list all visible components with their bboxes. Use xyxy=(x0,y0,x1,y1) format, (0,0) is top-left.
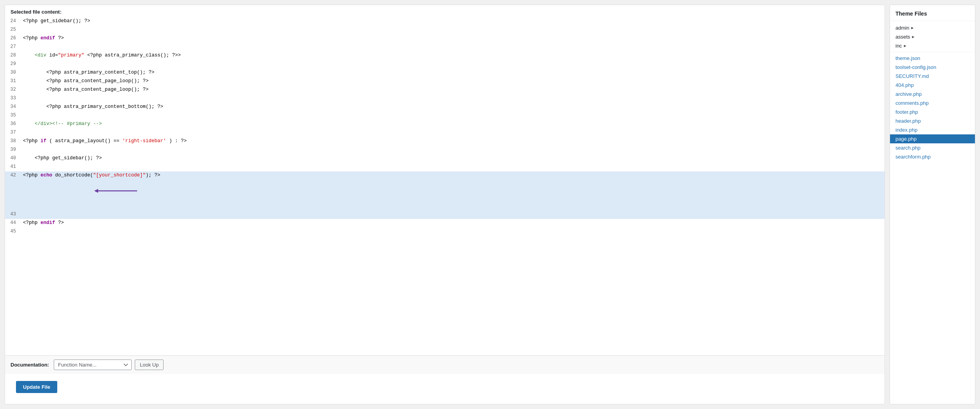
code-line: 33 xyxy=(5,94,885,103)
expand-arrow-icon: ► xyxy=(911,35,915,39)
file-archive-php[interactable]: archive.php xyxy=(890,90,975,99)
function-name-select[interactable]: Function Name... xyxy=(54,360,132,370)
code-line-highlighted: 42 <?php echo do_shortcode("[your_shortc… xyxy=(5,171,885,210)
code-line: 35 xyxy=(5,111,885,120)
code-line: 44 <?php endif ?> xyxy=(5,219,885,227)
code-line: 41 xyxy=(5,163,885,171)
folder-admin[interactable]: admin ► xyxy=(890,23,975,32)
file-comments-php[interactable]: comments.php xyxy=(890,99,975,108)
code-line: 31 <?php astra_content_page_loop(); ?> xyxy=(5,77,885,86)
documentation-bar: Documentation: Function Name... Look Up xyxy=(5,355,885,374)
file-security-md[interactable]: SECURITY.md xyxy=(890,72,975,81)
doc-label: Documentation: xyxy=(11,362,49,368)
file-search-php[interactable]: search.php xyxy=(890,143,975,152)
code-line: 45 xyxy=(5,227,885,236)
divider xyxy=(890,52,975,52)
code-line: 34 <?php astra_primary_content_bottom();… xyxy=(5,103,885,111)
file-header-php[interactable]: header.php xyxy=(890,116,975,125)
theme-files-panel: Theme Files admin ► assets ► inc ► theme… xyxy=(890,5,975,404)
code-line: 28 <div id="primary" <?php astra_primary… xyxy=(5,51,885,60)
file-page-php[interactable]: page.php xyxy=(890,134,975,143)
arrow-annotation xyxy=(59,179,141,203)
folder-inc-label: inc xyxy=(895,43,902,49)
code-line: 29 xyxy=(5,60,885,69)
file-footer-php[interactable]: footer.php xyxy=(890,108,975,116)
code-line: 26 <?php endif ?> xyxy=(5,34,885,43)
code-line: 38 <?php if ( astra_page_layout() == 'ri… xyxy=(5,137,885,146)
code-editor-panel: Selected file content: 24 <?php get_side… xyxy=(5,5,885,404)
file-404-php[interactable]: 404.php xyxy=(890,81,975,90)
lookup-button[interactable]: Look Up xyxy=(135,360,164,370)
file-index-php[interactable]: index.php xyxy=(890,125,975,134)
svg-marker-1 xyxy=(94,189,98,193)
code-line: 43 xyxy=(5,210,885,219)
folder-assets[interactable]: assets ► xyxy=(890,32,975,41)
file-theme-json[interactable]: theme.json xyxy=(890,54,975,63)
file-searchform-php[interactable]: searchform.php xyxy=(890,152,975,161)
code-editor[interactable]: 24 <?php get_sidebar(); ?> 25 26 <?php e… xyxy=(5,17,885,355)
folder-assets-label: assets xyxy=(895,34,910,40)
selected-file-label: Selected file content: xyxy=(5,5,885,17)
code-line: 30 <?php astra_primary_content_top(); ?> xyxy=(5,69,885,77)
code-line: 40 <?php get_sidebar(); ?> xyxy=(5,154,885,163)
code-line: 36 </div><!-- #primary --> xyxy=(5,120,885,129)
code-line: 32 <?php astra_content_page_loop(); ?> xyxy=(5,86,885,94)
update-file-button[interactable]: Update File xyxy=(16,381,57,393)
code-line: 25 xyxy=(5,26,885,34)
code-line: 24 <?php get_sidebar(); ?> xyxy=(5,17,885,26)
file-toolset-config-json[interactable]: toolset-config.json xyxy=(890,63,975,72)
code-line: 37 xyxy=(5,129,885,137)
code-line: 27 xyxy=(5,43,885,51)
folder-inc[interactable]: inc ► xyxy=(890,41,975,50)
code-line: 39 xyxy=(5,146,885,154)
theme-files-title: Theme Files xyxy=(890,9,975,21)
expand-arrow-icon: ► xyxy=(910,26,914,30)
folder-admin-label: admin xyxy=(895,25,909,31)
expand-arrow-icon: ► xyxy=(903,44,907,48)
